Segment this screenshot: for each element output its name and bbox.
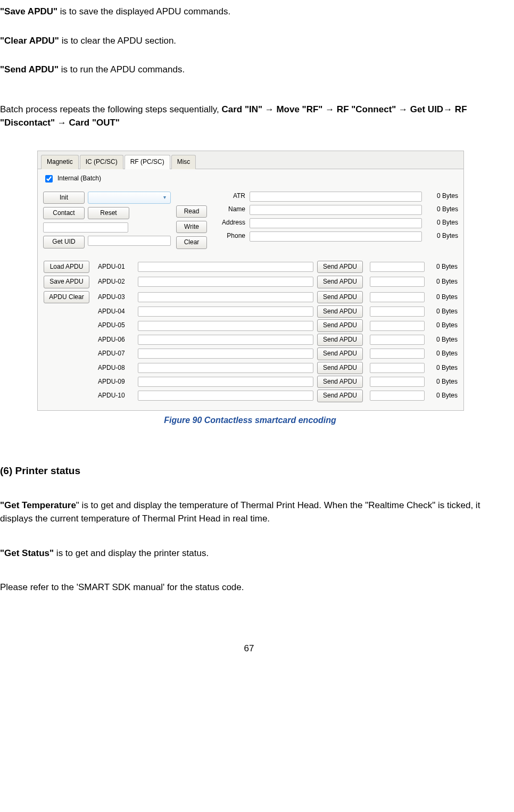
tab-ic-pcsc[interactable]: IC (PC/SC) (80, 155, 123, 169)
apdu-input[interactable] (138, 277, 313, 287)
apdu-output[interactable] (370, 391, 425, 401)
left-column: Init ▾ Contact Reset Get UID (43, 192, 171, 248)
tab-content: Internal (Batch) Init ▾ Contact Reset (38, 169, 463, 410)
apdu-row-label: APDU-07 (96, 347, 137, 360)
bold-clear-apdu: "Clear APDU" (0, 36, 59, 46)
apdu-output[interactable] (370, 306, 425, 317)
para-get-temperature: "Get Temperature" is to get and display … (0, 499, 498, 525)
apdu-row: APDU-05Send APDU0 Bytes (43, 319, 458, 332)
get-uid-button[interactable]: Get UID (43, 236, 85, 248)
apdu-input[interactable] (138, 349, 313, 359)
section6-heading: (6) Printer status (0, 463, 498, 478)
tab-misc[interactable]: Misc (171, 155, 196, 169)
get-uid-field[interactable] (88, 236, 171, 246)
save-apdu-button[interactable]: Save APDU (44, 276, 89, 288)
para-get-status: "Get Status" is to get and display the p… (0, 547, 498, 560)
init-button[interactable]: Init (43, 192, 85, 204)
apdu-table: Load APDUAPDU-01Send APDU0 BytesSave APD… (43, 259, 458, 404)
bold-save-apdu: "Save APDU" (0, 6, 57, 16)
text-get-status: is to get and display the printer status… (54, 548, 209, 558)
apdu-bytes: 0 Bytes (425, 390, 458, 402)
apdu-output[interactable] (370, 277, 425, 287)
apdu-row-label: APDU-01 (96, 260, 137, 274)
read-button[interactable]: Read (176, 205, 207, 218)
clear-button[interactable]: Clear (176, 236, 207, 248)
address-field[interactable] (250, 218, 422, 228)
para-batch: Batch process repeats the following step… (0, 103, 498, 129)
load-apdu-button[interactable]: Load APDU (44, 261, 89, 273)
send-apdu-button[interactable]: Send APDU (317, 362, 363, 374)
apdu-row: APDU-09Send APDU0 Bytes (43, 376, 458, 388)
apdu-input[interactable] (138, 391, 313, 401)
apdu-input[interactable] (138, 262, 313, 272)
name-label: Name (213, 205, 245, 214)
reset-button[interactable]: Reset (88, 207, 129, 219)
apdu-input[interactable] (138, 306, 313, 317)
apdu-row-label: APDU-05 (96, 319, 137, 332)
apdu-bytes: 0 Bytes (425, 275, 458, 288)
internal-batch-row[interactable]: Internal (Batch) (43, 173, 458, 184)
apdu-bytes: 0 Bytes (425, 291, 458, 304)
apdu-input[interactable] (138, 335, 313, 345)
name-bytes: 0 Bytes (426, 205, 458, 214)
apdu-output[interactable] (370, 321, 425, 331)
send-apdu-button[interactable]: Send APDU (317, 291, 363, 303)
apdu-input[interactable] (138, 321, 313, 331)
figure-caption: Figure 90 Contactless smartcard encoding (37, 414, 463, 426)
apdu-row-label: APDU-08 (96, 362, 137, 374)
init-select[interactable]: ▾ (88, 192, 171, 204)
apdu-input[interactable] (138, 363, 313, 373)
apdu-row: APDU-04Send APDU0 Bytes (43, 305, 458, 318)
bold-send-apdu: "Send APDU" (0, 64, 59, 74)
tab-magnetic[interactable]: Magnetic (41, 155, 79, 169)
screenshot-panel: Magnetic IC (PC/SC) RF (PC/SC) Misc Inte… (37, 151, 464, 410)
apdu-output[interactable] (370, 292, 425, 302)
tab-bar: Magnetic IC (PC/SC) RF (PC/SC) Misc (38, 151, 463, 169)
text-batch-lead: Batch process repeats the following step… (0, 104, 221, 114)
apdu-output[interactable] (370, 363, 425, 373)
internal-batch-checkbox[interactable] (45, 175, 53, 183)
send-apdu-button[interactable]: Send APDU (317, 319, 363, 332)
apdu-row: APDU-10Send APDU0 Bytes (43, 390, 458, 402)
send-apdu-button[interactable]: Send APDU (317, 261, 363, 273)
para-save-apdu: "Save APDU" is to save the displayed APD… (0, 5, 498, 19)
apdu-input[interactable] (138, 292, 313, 302)
send-apdu-button[interactable]: Send APDU (317, 376, 363, 388)
top-grid: Init ▾ Contact Reset Get UID (43, 192, 458, 249)
send-apdu-button[interactable]: Send APDU (317, 276, 363, 288)
text-send-apdu: is to run the APDU commands. (59, 64, 185, 74)
phone-field[interactable] (250, 231, 422, 242)
contact-button[interactable]: Contact (43, 207, 85, 219)
left-text-field[interactable] (43, 222, 128, 233)
text-save-apdu: is to save the displayed APDU commands. (57, 6, 230, 16)
apdu-output[interactable] (370, 377, 425, 387)
apdu-input[interactable] (138, 377, 313, 387)
apdu-output[interactable] (370, 262, 425, 272)
apdu-row: Load APDUAPDU-01Send APDU0 Bytes (43, 260, 458, 274)
apdu-bytes: 0 Bytes (425, 260, 458, 274)
apdu-row: APDU-06Send APDU0 Bytes (43, 334, 458, 346)
apdu-row: APDU-08Send APDU0 Bytes (43, 362, 458, 374)
name-field[interactable] (250, 205, 422, 215)
apdu-row: APDU ClearAPDU-03Send APDU0 Bytes (43, 291, 458, 304)
tab-rf-pcsc[interactable]: RF (PC/SC) (125, 155, 170, 169)
apdu-output[interactable] (370, 349, 425, 359)
apdu-row-label: APDU-09 (96, 376, 137, 388)
bold-get-temperature: "Get Temperature (0, 500, 76, 510)
apdu-bytes: 0 Bytes (425, 347, 458, 360)
send-apdu-button[interactable]: Send APDU (317, 305, 363, 318)
apdu-bytes: 0 Bytes (425, 334, 458, 346)
send-apdu-button[interactable]: Send APDU (317, 347, 363, 360)
apdu-bytes: 0 Bytes (425, 362, 458, 374)
bold-get-status: "Get Status" (0, 548, 54, 558)
apdu-output[interactable] (370, 335, 425, 345)
para-clear-apdu: "Clear APDU" is to clear the APDU sectio… (0, 35, 498, 48)
apdu-clear-button[interactable]: APDU Clear (44, 291, 89, 303)
apdu-row-label: APDU-02 (96, 275, 137, 288)
send-apdu-button[interactable]: Send APDU (317, 334, 363, 346)
write-button[interactable]: Write (176, 221, 207, 233)
send-apdu-button[interactable]: Send APDU (317, 390, 363, 402)
apdu-row-label: APDU-04 (96, 305, 137, 318)
atr-field[interactable] (250, 192, 422, 202)
para-refer: Please refer to the 'SMART SDK manual' f… (0, 581, 498, 594)
